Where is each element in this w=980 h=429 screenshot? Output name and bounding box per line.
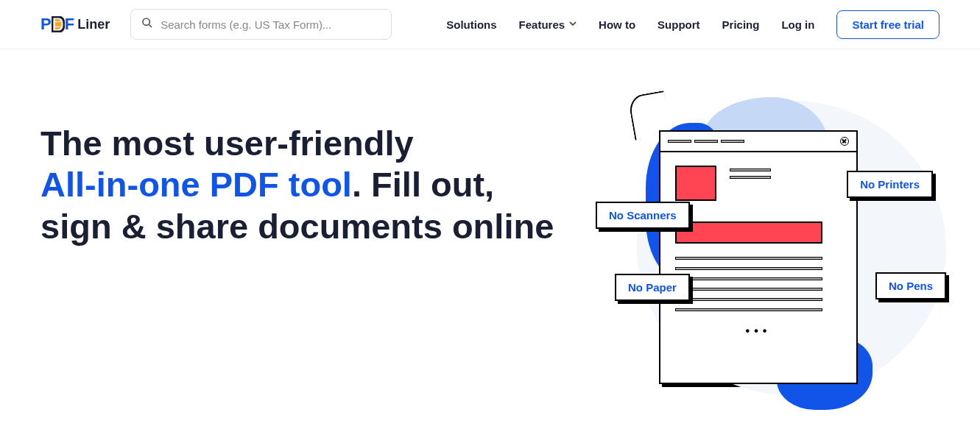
logo[interactable]: P F Liner [40, 15, 110, 34]
tag-no-pens: No Pens [875, 272, 946, 299]
hero-line2-end: . Fill out, [352, 165, 494, 204]
hero-line1: The most user-friendly [40, 124, 414, 163]
hero-section: The most user-friendly All-in-one PDF to… [0, 49, 980, 425]
tag-no-scanners: No Scanners [596, 202, 690, 229]
doc-red-bar [675, 221, 822, 244]
search-icon [141, 17, 153, 32]
tag-no-paper: No Paper [615, 274, 690, 301]
nav-solutions-label: Solutions [446, 18, 496, 31]
hero-text: The most user-friendly All-in-one PDF to… [40, 123, 571, 247]
logo-liner: Liner [77, 17, 110, 32]
header: P F Liner Solutions Features [0, 0, 980, 49]
nav-howto[interactable]: How to [599, 18, 635, 31]
doc-header-lines [730, 169, 771, 183]
chevron-down-icon [569, 20, 577, 29]
doc-red-square [675, 166, 716, 201]
nav-pricing[interactable]: Pricing [722, 18, 760, 31]
doc-toolbar-lines [668, 140, 744, 143]
doc-topbar [660, 132, 856, 152]
document-window: ••• [659, 130, 858, 384]
close-icon [840, 137, 849, 146]
logo-d-icon [52, 16, 65, 32]
hero-title: The most user-friendly All-in-one PDF to… [40, 123, 571, 247]
nav-solutions[interactable]: Solutions [446, 18, 496, 31]
svg-point-0 [143, 18, 149, 25]
tag-no-printers: No Printers [847, 171, 933, 198]
logo-f: F [65, 15, 74, 34]
nav-howto-label: How to [599, 18, 635, 31]
hero-illustration: ••• No Scanners No Printers No Paper No … [600, 108, 924, 403]
logo-p: P [40, 15, 52, 34]
nav: Solutions Features How to Support Pricin… [446, 10, 940, 39]
svg-line-1 [149, 24, 152, 27]
start-trial-button[interactable]: Start free trial [836, 10, 940, 39]
hero-line3: sign & share documents online [40, 207, 554, 246]
nav-pricing-label: Pricing [722, 18, 760, 31]
nav-login[interactable]: Log in [781, 18, 814, 31]
hero-line2-blue: All-in-one PDF tool [40, 165, 352, 204]
doc-dots: ••• [675, 325, 842, 338]
nav-login-label: Log in [781, 18, 814, 31]
nav-support[interactable]: Support [658, 18, 700, 31]
search-input[interactable] [161, 18, 381, 31]
tabs-container: Upload Document Type Document URL Search… [0, 425, 980, 429]
doc-body: ••• [660, 152, 856, 351]
search-box[interactable] [130, 9, 392, 40]
doc-text-lines [675, 257, 842, 311]
nav-features[interactable]: Features [519, 18, 577, 31]
nav-support-label: Support [658, 18, 700, 31]
nav-features-label: Features [519, 18, 565, 31]
